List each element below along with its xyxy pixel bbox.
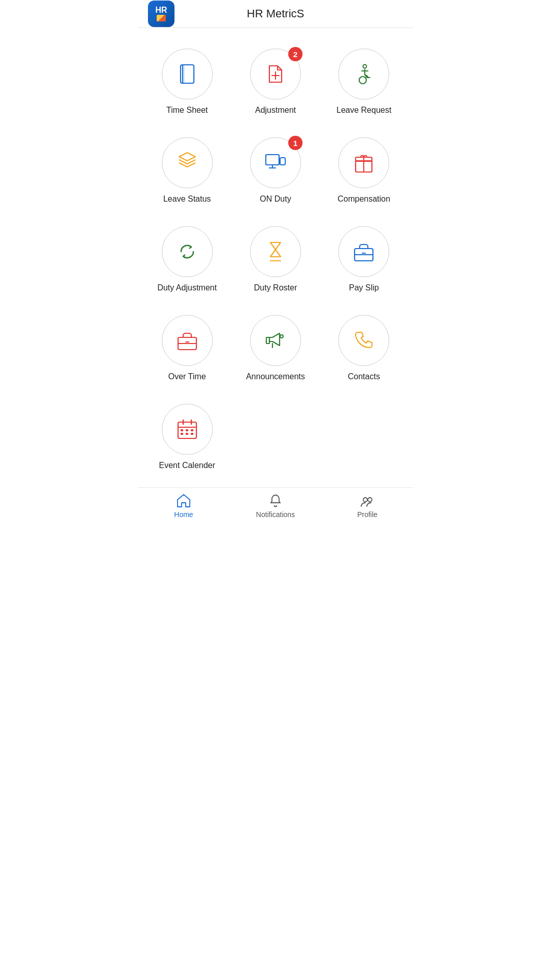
icon-wrap-time-sheet — [162, 48, 213, 100]
svg-point-21 — [280, 335, 283, 338]
grid-item-adjustment[interactable]: 2 Adjustment — [231, 38, 319, 127]
grid-item-time-sheet[interactable]: Time Sheet — [143, 38, 231, 127]
svg-point-5 — [363, 65, 367, 68]
label-duty-adjustment: Duty Adjustment — [157, 283, 217, 292]
label-duty-roster: Duty Roster — [254, 283, 297, 292]
grid-item-leave-status[interactable]: Leave Status — [143, 127, 231, 216]
book-icon — [174, 61, 201, 87]
briefcase-blue-icon — [350, 238, 377, 265]
nav-item-home[interactable]: Home — [138, 493, 230, 519]
nav-label-notifications: Notifications — [256, 510, 295, 519]
label-adjustment: Adjustment — [255, 106, 296, 115]
calendar-icon — [174, 416, 201, 443]
badge-adjustment: 2 — [288, 47, 303, 61]
icon-wrap-on-duty: 1 — [250, 137, 301, 188]
grid-item-pay-slip[interactable]: Pay Slip — [320, 216, 408, 305]
nav-label-home: Home — [174, 510, 193, 519]
svg-point-6 — [359, 77, 366, 84]
label-pay-slip: Pay Slip — [349, 283, 379, 292]
logo-text: HR — [155, 6, 167, 14]
grid-item-on-duty[interactable]: 1 ON Duty — [231, 127, 319, 216]
grid-item-over-time[interactable]: Over Time — [143, 305, 231, 394]
badge-on-duty: 1 — [288, 136, 303, 150]
label-leave-request: Leave Request — [337, 106, 392, 115]
svg-rect-29 — [181, 433, 183, 435]
nav-item-notifications[interactable]: Notifications — [230, 493, 321, 519]
icon-wrap-leave-request — [338, 48, 389, 100]
icon-wrap-adjustment: 2 — [250, 48, 301, 100]
grid-item-event-calender[interactable]: Event Calender — [143, 394, 231, 482]
bell-icon — [268, 493, 283, 508]
wheelchair-icon — [350, 61, 377, 87]
svg-rect-27 — [186, 429, 188, 431]
header-title: HR MetricS — [247, 7, 304, 20]
profile-icon — [360, 493, 375, 508]
label-compensation: Compensation — [338, 194, 390, 204]
label-contacts: Contacts — [348, 372, 380, 381]
grid-item-compensation[interactable]: Compensation — [320, 127, 408, 216]
icon-wrap-duty-adjustment — [162, 226, 213, 277]
label-event-calender: Event Calender — [159, 461, 215, 470]
icon-wrap-leave-status — [162, 137, 213, 188]
svg-point-33 — [368, 498, 372, 502]
icon-wrap-compensation — [338, 137, 389, 188]
svg-rect-30 — [186, 433, 188, 435]
layers-icon — [174, 150, 201, 176]
svg-rect-31 — [191, 433, 193, 435]
icon-wrap-pay-slip — [338, 226, 389, 277]
nav-label-profile: Profile — [357, 510, 378, 519]
label-time-sheet: Time Sheet — [166, 106, 208, 115]
gift-icon — [350, 150, 377, 176]
icon-wrap-announcements — [250, 315, 301, 366]
file-plus-icon — [262, 61, 289, 87]
refresh-icon — [174, 238, 201, 265]
icon-wrap-over-time — [162, 315, 213, 366]
megaphone-icon — [262, 327, 289, 354]
label-announcements: Announcements — [246, 372, 305, 381]
svg-rect-26 — [181, 429, 183, 431]
hourglass-icon — [262, 238, 289, 265]
label-over-time: Over Time — [168, 372, 206, 381]
main-grid: Time Sheet2 Adjustment Leave Request Lea… — [138, 28, 413, 487]
grid-item-contacts[interactable]: Contacts — [320, 305, 408, 394]
nav-item-profile[interactable]: Profile — [321, 493, 413, 519]
label-leave-status: Leave Status — [163, 194, 211, 204]
home-icon — [176, 493, 191, 508]
label-on-duty: ON Duty — [260, 194, 291, 204]
grid-item-duty-roster[interactable]: Duty Roster — [231, 216, 319, 305]
app-header: HR HR MetricS — [138, 0, 413, 28]
svg-point-32 — [363, 498, 367, 502]
icon-wrap-contacts — [338, 315, 389, 366]
icon-wrap-event-calender — [162, 404, 213, 455]
svg-rect-28 — [191, 429, 193, 431]
svg-rect-20 — [266, 337, 269, 344]
grid-item-duty-adjustment[interactable]: Duty Adjustment — [143, 216, 231, 305]
briefcase-red-icon — [174, 327, 201, 354]
grid-item-announcements[interactable]: Announcements — [231, 305, 319, 394]
grid-item-leave-request[interactable]: Leave Request — [320, 38, 408, 127]
app-logo: HR — [148, 1, 174, 27]
svg-rect-8 — [280, 158, 285, 165]
bottom-nav: Home Notifications Profile — [138, 487, 413, 527]
icon-wrap-duty-roster — [250, 226, 301, 277]
monitor-icon — [262, 150, 289, 176]
logo-box-icon — [157, 15, 166, 21]
svg-rect-7 — [266, 155, 279, 165]
phone-icon — [350, 327, 377, 354]
